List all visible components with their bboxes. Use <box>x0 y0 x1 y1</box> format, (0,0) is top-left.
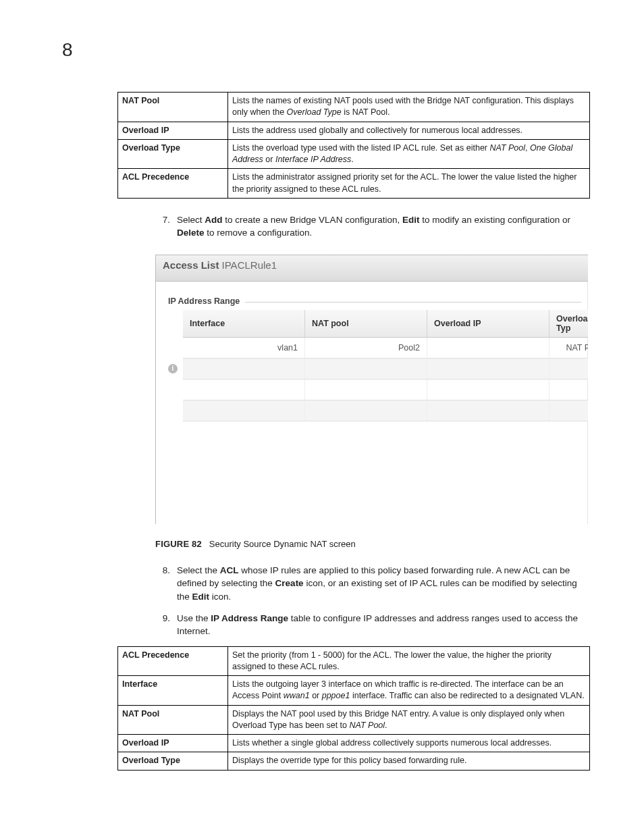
row-label: NAT Pool <box>118 93 228 122</box>
table-row: Overload Type Lists the overload type us… <box>118 139 590 169</box>
cell-overload-type: NAT Po <box>549 337 589 358</box>
row-label: Overload IP <box>118 735 228 752</box>
table-row: NAT Pool Displays the NAT pool used by t… <box>118 705 590 735</box>
spec-table-1: NAT Pool Lists the names of existing NAT… <box>117 92 590 199</box>
row-text: Lists the address used globally and coll… <box>228 122 590 139</box>
spec-table-2: ACL Precedence Set the priority (from 1 … <box>117 646 590 771</box>
cell-interface: vlan1 <box>183 337 305 358</box>
row-text: Set the priority (from 1 - 5000) for the… <box>228 646 590 676</box>
row-label: Interface <box>118 676 228 706</box>
col-overload-ip[interactable]: Overload IP <box>427 310 549 338</box>
step-9: 9. Use the IP Address Range table to con… <box>153 612 590 638</box>
table-row: Overload Type Displays the override type… <box>118 752 590 770</box>
step-text: Use the IP Address Range table to config… <box>177 612 590 638</box>
grid-row[interactable] <box>183 400 588 421</box>
step-text: Select Add to create a new Bridge VLAN c… <box>177 213 590 240</box>
table-row: Overload IP Lists whether a single globa… <box>118 735 590 752</box>
col-overload-type[interactable]: Overload Typ <box>549 310 589 338</box>
ui-title-label: Access List <box>163 259 219 271</box>
cell-overload-ip <box>427 337 549 358</box>
step-number: 8. <box>153 564 177 604</box>
figure-text: Security Source Dynamic NAT screen <box>209 539 356 549</box>
row-label: ACL Precedence <box>118 646 228 676</box>
info-icon[interactable]: i <box>168 364 178 373</box>
col-interface[interactable]: Interface <box>183 310 305 338</box>
step-number: 7. <box>153 213 177 240</box>
ui-section-label: IP Address Range <box>156 282 588 310</box>
table-row: ACL Precedence Lists the administrator a… <box>118 169 590 199</box>
grid-row[interactable]: vlan1 Pool2 NAT Po <box>183 337 588 358</box>
ui-title-value: IPACLRule1 <box>222 259 277 271</box>
row-label: ACL Precedence <box>118 169 228 199</box>
step-number: 9. <box>153 612 177 638</box>
row-label: Overload IP <box>118 122 228 139</box>
ui-titlebar: Access List IPACLRule1 <box>156 255 588 282</box>
row-text: Displays the NAT pool used by this Bridg… <box>228 705 590 735</box>
table-row: ACL Precedence Set the priority (from 1 … <box>118 646 590 676</box>
table-row: NAT Pool Lists the names of existing NAT… <box>118 93 590 122</box>
row-text: Lists the names of existing NAT pools us… <box>228 93 590 122</box>
row-text: Lists whether a single global address co… <box>228 735 590 752</box>
row-label: Overload Type <box>118 752 228 770</box>
figure-caption: FIGURE 82 Security Source Dynamic NAT sc… <box>155 539 590 549</box>
ip-address-range-grid[interactable]: Interface NAT pool Overload IP Overload … <box>183 310 588 421</box>
step-text: Select the ACL whose IP rules are applie… <box>177 564 590 604</box>
embedded-ui-screenshot: Access List IPACLRule1 IP Address Range … <box>155 255 588 524</box>
row-text: Lists the outgoing layer 3 interface on … <box>228 676 590 706</box>
col-nat-pool[interactable]: NAT pool <box>305 310 427 338</box>
step-7: 7. Select Add to create a new Bridge VLA… <box>153 213 590 240</box>
grid-row[interactable] <box>183 358 588 379</box>
figure-label: FIGURE 82 <box>155 539 202 549</box>
table-row: Overload IP Lists the address used globa… <box>118 122 590 139</box>
row-text: Lists the overload type used with the li… <box>228 139 590 169</box>
step-8: 8. Select the ACL whose IP rules are app… <box>153 564 590 604</box>
cell-nat-pool: Pool2 <box>305 337 427 358</box>
table-row: Interface Lists the outgoing layer 3 int… <box>118 676 590 706</box>
row-text: Lists the administrator assigned priorit… <box>228 169 590 199</box>
chapter-number: 8 <box>62 39 73 61</box>
row-label: NAT Pool <box>118 705 228 735</box>
grid-row[interactable] <box>183 379 588 400</box>
row-label: Overload Type <box>118 139 228 169</box>
row-text: Displays the override type for this poli… <box>228 752 590 770</box>
